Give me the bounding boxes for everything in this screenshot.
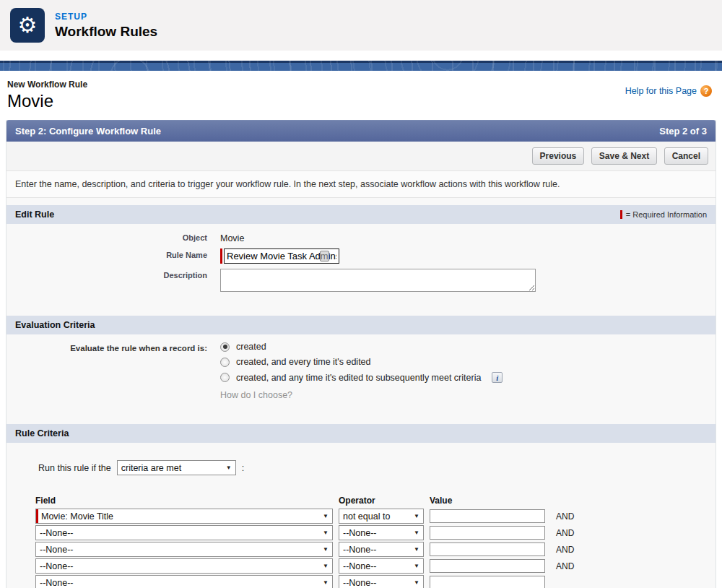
setup-header-text: SETUP Workflow Rules [55,12,157,40]
field-value: --None-- [40,545,74,555]
info-icon[interactable]: i [492,372,503,383]
step-bar: Step 2: Configure Workflow Rule Step 2 o… [6,120,716,142]
required-legend: = Required Information [620,210,707,219]
value-input-4[interactable] [430,559,545,573]
page-titles: New Workflow Rule Movie [7,79,87,111]
value-input-2[interactable] [430,526,545,540]
step-title: Step 2: Configure Workflow Rule [15,126,161,137]
value-input-3[interactable] [430,542,545,556]
chevron-down-icon: ▼ [323,529,329,536]
rule-name-row: Rule Name [6,248,707,264]
setup-kicker: SETUP [55,12,157,22]
chevron-down-icon: ▼ [323,563,329,569]
operator-select-2[interactable]: --None-- ▼ [339,525,424,540]
field-value: --None-- [40,561,74,571]
object-value: Movie [220,231,244,243]
rule-criteria-body: Run this rule if the criteria are met ▼ … [6,443,716,588]
evaluation-title: Evaluation Criteria [15,320,95,330]
page-title: Movie [7,91,87,111]
chevron-down-icon: ▼ [414,579,419,586]
edit-rule-title: Edit Rule [15,209,54,220]
field-column-header: Field [35,496,333,506]
description-row: Description [6,269,707,292]
banner-swirl-pattern [0,61,722,71]
criteria-row-5: --None-- ▼ --None-- ▼ [35,575,707,588]
edit-rule-section-header: Edit Rule = Required Information [6,205,716,224]
operator-value: --None-- [343,578,377,588]
radio-option-created-edited[interactable]: created, and every time it's edited [220,357,503,367]
field-select-2[interactable]: --None-- ▼ [35,525,333,540]
run-rule-suffix: : [242,463,244,473]
text-cursor-overlay [320,251,329,261]
operator-select-1[interactable]: not equal to ▼ [339,509,424,524]
evaluate-row: Evaluate the rule when a record is: crea… [6,342,707,400]
rule-name-wrap [220,248,339,264]
radio-label: created [236,342,266,352]
rule-name-required-bar [220,248,222,264]
main-panel: Step 2: Configure Workflow Rule Step 2 o… [6,120,716,588]
criteria-row-1: Movie: Movie Title ▼ not equal to ▼ AND [35,509,707,524]
operator-column-header: Operator [339,496,424,506]
operator-value: not equal to [343,511,390,522]
radio-icon[interactable] [220,358,230,367]
previous-button[interactable]: Previous [532,147,585,165]
rule-name-label: Rule Name [6,248,220,259]
field-select-4[interactable]: --None-- ▼ [35,558,333,574]
run-rule-label: Run this rule if the [38,463,111,473]
value-input-1[interactable] [430,509,545,523]
chevron-down-icon: ▼ [323,513,329,519]
chevron-down-icon: ▼ [414,546,419,553]
chevron-down-icon: ▼ [414,529,419,536]
criteria-table: Field Operator Value Movie: Movie Title … [35,496,707,588]
help-link[interactable]: Help for this Page [625,86,697,96]
decorative-banner [0,61,722,71]
field-select-1[interactable]: Movie: Movie Title ▼ [35,509,333,524]
criteria-row-2: --None-- ▼ --None-- ▼ AND [35,525,707,540]
operator-select-5[interactable]: --None-- ▼ [339,575,424,588]
save-next-button[interactable]: Save & Next [591,147,657,165]
conjunction-label: AND [556,528,578,538]
value-column-header: Value [430,496,545,506]
gear-glyph: ⚙ [18,14,38,36]
conjunction-label: AND [556,545,578,555]
conjunction-label: AND [556,511,578,522]
run-rule-row: Run this rule if the criteria are met ▼ … [38,460,707,475]
operator-value: --None-- [343,528,377,538]
chevron-down-icon: ▼ [414,563,419,569]
help-question-icon[interactable]: ? [700,85,712,97]
setup-gear-icon: ⚙ [10,8,45,43]
criteria-mode-select[interactable]: criteria are met ▼ [117,460,236,475]
evaluation-body: Evaluate the rule when a record is: crea… [6,334,716,417]
field-select-5[interactable]: --None-- ▼ [35,575,333,588]
field-value: --None-- [40,528,74,538]
cancel-button[interactable]: Cancel [664,147,708,165]
value-input-5[interactable] [430,576,545,588]
radio-label: created, and every time it's edited [236,357,371,367]
how-do-i-choose-link[interactable]: How do I choose? [220,390,292,400]
radio-selected-icon[interactable] [220,342,230,352]
breadcrumb: New Workflow Rule [7,79,87,90]
radio-option-subsequently[interactable]: created, and any time it's edited to sub… [220,372,503,383]
operator-select-4[interactable]: --None-- ▼ [339,558,424,574]
criteria-row-3: --None-- ▼ --None-- ▼ AND [35,542,707,557]
chevron-down-icon: ▼ [323,579,329,586]
page-head: New Workflow Rule Movie Help for this Pa… [0,71,722,117]
setup-title: Workflow Rules [55,24,157,40]
criteria-table-header: Field Operator Value [35,496,707,506]
operator-select-3[interactable]: --None-- ▼ [339,542,424,557]
chevron-down-icon: ▼ [414,513,419,519]
required-bar-icon [36,509,38,523]
required-legend-text: = Required Information [626,210,707,219]
conjunction-label: AND [556,561,578,571]
field-value: --None-- [40,578,74,588]
help-wrap: Help for this Page ? [625,85,712,97]
intro-text: Enter the name, description, and criteri… [6,171,716,198]
evaluation-section-header: Evaluation Criteria [6,316,716,334]
field-value: Movie: Movie Title [41,511,113,522]
radio-icon[interactable] [220,373,230,382]
field-select-3[interactable]: --None-- ▼ [35,542,333,557]
description-textarea[interactable] [220,269,536,292]
radio-option-created[interactable]: created [220,342,503,352]
rule-criteria-title: Rule Criteria [15,428,69,438]
rule-criteria-section-header: Rule Criteria [6,424,716,443]
